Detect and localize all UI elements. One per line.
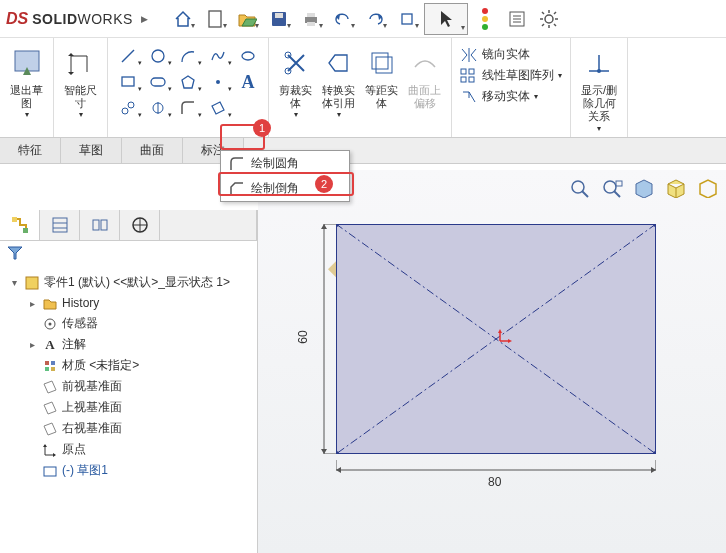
exit-sketch-button[interactable]: 退出草 图 xyxy=(6,42,47,121)
tree-front-plane[interactable]: 前视基准面 xyxy=(4,376,253,397)
svg-point-28 xyxy=(122,108,128,114)
dim-width[interactable]: 80 xyxy=(488,475,501,489)
ellipse-tool[interactable] xyxy=(234,44,262,68)
centerpoint-tool[interactable] xyxy=(114,96,142,120)
view-orient-icon[interactable] xyxy=(662,176,690,200)
section-icon[interactable] xyxy=(630,176,658,200)
svg-point-29 xyxy=(128,102,134,108)
home-button[interactable] xyxy=(168,5,198,33)
dimension-group: 智能尺 寸 xyxy=(54,38,108,137)
circle-tool[interactable] xyxy=(144,44,172,68)
line-tool[interactable] xyxy=(114,44,142,68)
arc-tool[interactable] xyxy=(174,44,202,68)
polygon-tool[interactable] xyxy=(174,70,202,94)
tree-material[interactable]: 材质 <未指定> xyxy=(4,355,253,376)
zoom-area-icon[interactable] xyxy=(598,176,626,200)
svg-rect-39 xyxy=(469,77,474,82)
smart-dimension-button[interactable]: 智能尺 寸 xyxy=(60,42,101,121)
ribbon: 退出草 图 智能尺 寸 A 剪裁实 体 转换实 体引用 xyxy=(0,38,726,138)
tab-surface[interactable]: 曲面 xyxy=(122,138,183,163)
tree-root[interactable]: ▾零件1 (默认) <<默认>_显示状态 1> xyxy=(4,272,253,293)
exit-sketch-group: 退出草 图 xyxy=(0,38,54,137)
logo-ds: DS xyxy=(6,10,28,28)
slot-center-tool[interactable] xyxy=(144,96,172,120)
svg-point-70 xyxy=(336,224,339,227)
offset-button[interactable]: 等距实 体 xyxy=(361,42,402,121)
tree-sketch1[interactable]: (-) 草图1 xyxy=(4,460,253,481)
tree-right-plane[interactable]: 右视基准面 xyxy=(4,418,253,439)
sketch-rectangle[interactable] xyxy=(336,224,656,454)
zoom-fit-icon[interactable] xyxy=(566,176,594,200)
offset-surface-button: 曲面上 偏移 xyxy=(404,42,445,121)
move-button[interactable]: 移动实体▾ xyxy=(460,86,538,107)
tree-sensors-label: 传感器 xyxy=(62,315,98,332)
rebuild-button[interactable] xyxy=(392,5,422,33)
callout-2: 2 xyxy=(315,175,333,193)
tab-sketch[interactable]: 草图 xyxy=(61,138,122,163)
transform-group: 镜向实体 线性草图阵列▾ 移动实体▾ xyxy=(452,38,571,137)
tree-top-plane[interactable]: 上视基准面 xyxy=(4,397,253,418)
display-relations-button[interactable]: 显示/删 除几何 关系 xyxy=(577,42,621,135)
tree-right-label: 右视基准面 xyxy=(62,420,122,437)
rectangle-tool[interactable] xyxy=(114,70,142,94)
app-menu-drop[interactable]: ▶ xyxy=(141,14,148,24)
settings-button[interactable] xyxy=(534,5,564,33)
fillet-tool[interactable] xyxy=(174,96,202,120)
list-button[interactable] xyxy=(502,5,532,33)
trim-button[interactable]: 剪裁实 体 xyxy=(275,42,316,121)
svg-point-42 xyxy=(597,69,601,73)
brand-2: WORKS xyxy=(78,11,133,27)
dim-height[interactable]: 60 xyxy=(296,330,310,343)
svg-line-66 xyxy=(614,191,620,197)
convert-label: 转换实 体引用 xyxy=(322,84,355,110)
dim-height-leader xyxy=(312,224,336,454)
select-button[interactable] xyxy=(424,3,468,35)
save-button[interactable] xyxy=(264,5,294,33)
graphics-area[interactable]: ◆ 腾轩 60 80 xyxy=(258,170,726,553)
sketch-fillet-item[interactable]: 绘制圆角 xyxy=(221,151,349,176)
tree-annotations[interactable]: ▸A注解 xyxy=(4,334,253,355)
new-button[interactable] xyxy=(200,5,230,33)
mirror-button[interactable]: 镜向实体 xyxy=(460,44,530,65)
panel-tabs xyxy=(0,210,257,241)
filter-icon[interactable] xyxy=(6,245,24,261)
svg-rect-35 xyxy=(376,57,392,73)
callout-1: 1 xyxy=(253,119,271,137)
tab-features[interactable]: 特征 xyxy=(0,138,61,163)
print-button[interactable] xyxy=(296,5,326,33)
svg-rect-49 xyxy=(101,220,107,230)
svg-point-71 xyxy=(653,224,656,227)
property-tab[interactable] xyxy=(40,210,80,240)
quick-access xyxy=(168,3,564,35)
redo-button[interactable] xyxy=(360,5,390,33)
feature-tree-tab[interactable] xyxy=(0,210,40,240)
slot-tool[interactable] xyxy=(144,70,172,94)
command-tabs: 特征 草图 曲面 标注 xyxy=(0,138,726,164)
point-tool[interactable] xyxy=(204,70,232,94)
svg-rect-5 xyxy=(307,22,315,26)
traffic-icon[interactable] xyxy=(470,5,500,33)
tree-sketch1-label: (-) 草图1 xyxy=(62,462,108,479)
svg-line-64 xyxy=(582,191,588,197)
tree-origin[interactable]: 原点 xyxy=(4,439,253,460)
spline-tool[interactable] xyxy=(204,44,232,68)
dimxpert-tab[interactable] xyxy=(120,210,160,240)
convert-button[interactable]: 转换实 体引用 xyxy=(318,42,359,121)
config-tab[interactable] xyxy=(80,210,120,240)
display-style-icon[interactable] xyxy=(694,176,722,200)
open-button[interactable] xyxy=(232,5,262,33)
tree-sensors[interactable]: 传感器 xyxy=(4,313,253,334)
undo-button[interactable] xyxy=(328,5,358,33)
svg-rect-57 xyxy=(51,361,55,365)
plane-tool[interactable] xyxy=(204,96,232,120)
svg-line-19 xyxy=(554,12,556,14)
pattern-button[interactable]: 线性草图阵列▾ xyxy=(460,65,562,86)
brand-1: SOLID xyxy=(32,11,77,27)
tree-annotations-label: 注解 xyxy=(62,336,86,353)
tree-top-label: 上视基准面 xyxy=(62,399,122,416)
text-tool[interactable]: A xyxy=(234,70,262,94)
svg-point-72 xyxy=(336,451,339,454)
modify-group: 剪裁实 体 转换实 体引用 等距实 体 曲面上 偏移 xyxy=(269,38,452,137)
tree-history[interactable]: ▸History xyxy=(4,293,253,313)
svg-rect-58 xyxy=(45,367,49,371)
